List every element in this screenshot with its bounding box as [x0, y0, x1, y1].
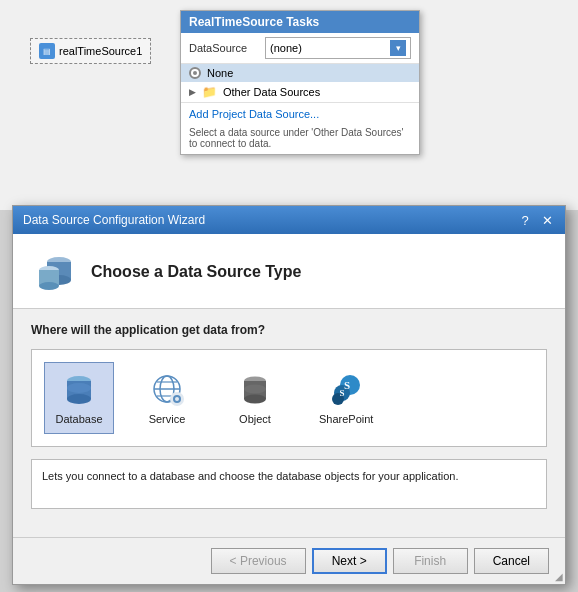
expand-arrow-icon: ▶ — [189, 87, 196, 97]
datasource-label: DataSource — [189, 42, 259, 54]
wizard-question: Where will the application get data from… — [31, 323, 547, 337]
tasks-panel-title: RealTimeSource Tasks — [189, 15, 319, 29]
wizard-heading: Choose a Data Source Type — [91, 263, 301, 281]
database-label: Database — [55, 413, 102, 425]
description-box: Lets you connect to a database and choos… — [31, 459, 547, 509]
object-label: Object — [239, 413, 271, 425]
dropdown-item-other[interactable]: ▶ 📁 Other Data Sources — [181, 82, 419, 102]
tasks-panel: RealTimeSource Tasks DataSource (none) ▾… — [180, 10, 420, 155]
wizard-content: Where will the application get data from… — [13, 309, 565, 537]
datasource-types-area: Database — [31, 349, 547, 447]
svg-point-9 — [67, 383, 91, 393]
wizard-title: Data Source Configuration Wizard — [23, 213, 205, 227]
finish-button[interactable]: Finish — [393, 548, 468, 574]
component-box: ▤ realTimeSource1 — [30, 38, 151, 64]
datasource-icon-group — [29, 248, 77, 296]
svg-point-20 — [244, 395, 266, 404]
svg-text:S: S — [340, 388, 345, 398]
add-link-row: Add Project Data Source... — [181, 102, 419, 124]
wizard-dialog: Data Source Configuration Wizard ? ✕ — [12, 205, 566, 585]
previous-button[interactable]: < Previous — [211, 548, 306, 574]
cancel-button[interactable]: Cancel — [474, 548, 549, 574]
tasks-hint: Select a data source under 'Other Data S… — [181, 124, 419, 154]
wizard-body: Choose a Data Source Type Where will the… — [13, 234, 565, 584]
database-icon — [61, 371, 97, 407]
svg-point-17 — [175, 397, 179, 401]
datasource-type-service[interactable]: Service — [132, 362, 202, 434]
sharepoint-icon: S S — [328, 371, 364, 407]
sharepoint-label: SharePoint — [319, 413, 373, 425]
wizard-header-section: Choose a Data Source Type — [13, 234, 565, 309]
svg-point-8 — [67, 394, 91, 404]
close-button[interactable]: ✕ — [539, 212, 555, 228]
wizard-titlebar-controls: ? ✕ — [517, 212, 555, 228]
dropdown-arrow-icon[interactable]: ▾ — [390, 40, 406, 56]
datasource-row: DataSource (none) ▾ — [181, 33, 419, 64]
wizard-header-svg — [29, 248, 77, 296]
component-label: realTimeSource1 — [59, 45, 142, 57]
datasource-type-sharepoint[interactable]: S S SharePoint — [308, 362, 384, 434]
service-icon — [149, 371, 185, 407]
help-button[interactable]: ? — [517, 212, 533, 228]
service-label: Service — [149, 413, 186, 425]
none-bullet-icon — [189, 67, 201, 79]
svg-point-21 — [244, 385, 266, 394]
resize-corner-icon: ◢ — [555, 572, 563, 582]
wizard-header-icon — [29, 248, 77, 296]
folder-icon: 📁 — [202, 85, 217, 99]
datasource-type-database[interactable]: Database — [44, 362, 114, 434]
component-icon: ▤ — [39, 43, 55, 59]
tasks-panel-header: RealTimeSource Tasks — [181, 11, 419, 33]
datasource-type-object[interactable]: Object — [220, 362, 290, 434]
designer-component: ▤ realTimeSource1 — [30, 38, 151, 64]
dropdown-list: None ▶ 📁 Other Data Sources — [181, 64, 419, 102]
next-button[interactable]: Next > — [312, 548, 387, 574]
svg-point-5 — [39, 282, 59, 290]
wizard-footer: < Previous Next > Finish Cancel — [13, 537, 565, 584]
datasource-selected-value: (none) — [270, 42, 302, 54]
add-project-datasource-link[interactable]: Add Project Data Source... — [189, 108, 319, 120]
wizard-titlebar: Data Source Configuration Wizard ? ✕ — [13, 206, 565, 234]
datasource-dropdown[interactable]: (none) ▾ — [265, 37, 411, 59]
svg-text:S: S — [344, 379, 350, 391]
other-sources-label: Other Data Sources — [223, 86, 320, 98]
none-label: None — [207, 67, 233, 79]
dropdown-item-none[interactable]: None — [181, 64, 419, 82]
object-icon — [237, 371, 273, 407]
